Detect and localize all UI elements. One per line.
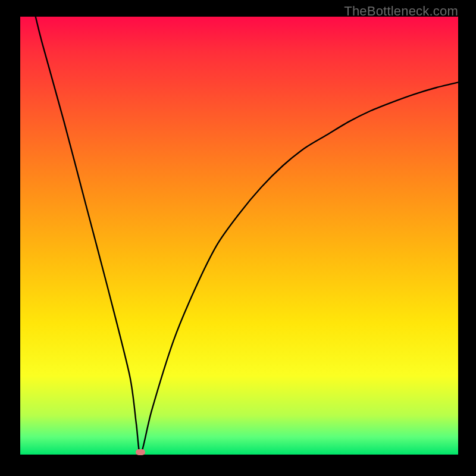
optimum-marker [136,449,145,455]
chart-frame: TheBottleneck.com [0,0,476,476]
bottleneck-curve [36,17,458,455]
watermark-text: TheBottleneck.com [344,4,458,19]
curve-svg [20,17,458,455]
plot-area [20,17,458,455]
